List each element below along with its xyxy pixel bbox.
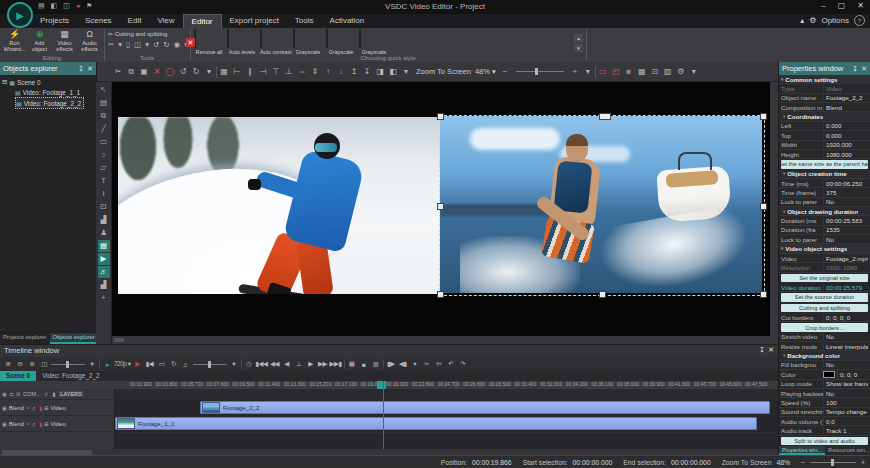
menu-item[interactable]: Editor	[183, 14, 222, 28]
redo-icon[interactable]: ↻	[190, 67, 202, 76]
cut-icon[interactable]: ✂	[112, 67, 124, 76]
menu-item[interactable]: Tools	[287, 14, 322, 28]
color-swatch[interactable]	[823, 371, 835, 378]
sprite-icon[interactable]: ▟	[98, 279, 110, 291]
timeline-zoom-menu-icon[interactable]: ▾	[87, 360, 97, 368]
display-mode-3-icon[interactable]: ▥	[371, 360, 381, 368]
resize-handle[interactable]	[437, 291, 444, 298]
clip-footage-2[interactable]: Footage_2_2	[200, 401, 770, 414]
text-tool-icon[interactable]: T	[98, 175, 110, 187]
volume-menu-icon[interactable]: ▾	[229, 360, 239, 368]
eye-icon[interactable]: ◉	[2, 421, 7, 427]
separator[interactable]	[241, 359, 242, 369]
preview-loop-icon[interactable]: ▭	[157, 360, 167, 368]
property-row[interactable]: Object drawing duration	[779, 207, 870, 216]
play-icon[interactable]: ▶	[306, 360, 316, 368]
clip-footage-1[interactable]: Footage_1_1	[115, 417, 757, 430]
separator[interactable]	[383, 359, 384, 369]
video-frame-footage-1[interactable]	[118, 117, 440, 294]
selection-outline[interactable]	[439, 115, 765, 296]
property-row[interactable]: Composition m Blend	[779, 103, 870, 112]
timeline-tab[interactable]: Scene 0	[0, 371, 36, 381]
record-marker-icon[interactable]: ▮	[39, 405, 42, 411]
property-row[interactable]: Crop borders...	[781, 323, 868, 331]
quick-style-grayscale-1[interactable]: Grayscale	[293, 30, 323, 55]
property-row[interactable]: Playing backwa No	[779, 389, 870, 398]
add-audio-icon[interactable]: ♬	[98, 266, 110, 278]
group-icon[interactable]: ⧉	[98, 110, 110, 122]
quick-style-grayscale-3[interactable]: Grayscale	[359, 30, 389, 55]
preview-frame-icon[interactable]: ▮◀	[145, 360, 155, 368]
property-row[interactable]: Split to video and audio	[781, 437, 868, 445]
delete-icon[interactable]: ✕	[151, 67, 163, 76]
explorer-tab[interactable]: Projects explorer	[0, 333, 50, 344]
split-icon[interactable]: ◫	[134, 40, 141, 49]
menu-item[interactable]: View	[149, 14, 182, 28]
speed-icon[interactable]: ◉	[174, 40, 181, 49]
move-tool-icon[interactable]: +	[98, 292, 110, 304]
separator[interactable]	[344, 359, 345, 369]
property-row[interactable]: Duration (ms 00:00:25.583	[779, 216, 870, 225]
zoom-in-plus[interactable]: +	[569, 67, 581, 76]
tree-node-footage-2[interactable]: ▤ Video: Footage_2_2	[15, 97, 84, 109]
property-row[interactable]: Set the original size	[781, 274, 868, 282]
redo-menu-icon[interactable]: ▾	[203, 67, 215, 76]
property-row[interactable]: Coordinates	[779, 112, 870, 121]
pin-icon[interactable]: ↧	[759, 346, 765, 357]
split-menu-icon[interactable]: ▾	[145, 40, 149, 49]
zoom-menu-icon[interactable]: ▾	[582, 67, 594, 76]
property-row[interactable]: Video object settings	[779, 244, 870, 253]
zoom-slider[interactable]	[516, 71, 564, 72]
property-row[interactable]: Resize mode Linear interpolatic	[779, 342, 870, 351]
zoom-value-select[interactable]: 48% ▾	[475, 67, 498, 76]
paste-icon[interactable]: ▣	[138, 67, 150, 76]
quick-style-remove-all[interactable]: Remove all	[194, 30, 224, 55]
property-row[interactable]: Loop mode Show last frame a	[779, 380, 870, 389]
style-menu-icon[interactable]: ▾	[400, 67, 412, 76]
timeline-tab[interactable]: Video: Footage_2_2	[36, 371, 105, 381]
quick-style-grayscale-2[interactable]: Grayscale	[326, 30, 356, 55]
separator[interactable]	[216, 66, 217, 78]
solo-icon[interactable]: ▮	[52, 391, 55, 397]
counter-tool-icon[interactable]: ♟	[98, 227, 110, 239]
timeline-undo-icon[interactable]: ↶	[446, 360, 456, 368]
style-scroll-up-icon[interactable]: ▴	[574, 34, 583, 42]
crop-region-icon[interactable]: ◰	[610, 67, 622, 76]
tree-node-scene[interactable]: ⊟ ▦ Scene 0	[2, 77, 96, 87]
preview-refresh-icon[interactable]: ↻	[169, 360, 179, 368]
timeline-zoom-fit-icon[interactable]: ⊜	[27, 360, 37, 368]
copy-icon[interactable]: ⧉	[125, 67, 137, 77]
align-center-icon[interactable]: ∥	[244, 67, 256, 76]
add-object-button[interactable]: ⊕ Add object	[27, 29, 52, 52]
property-row[interactable]: Resolution 1920; 1080	[779, 263, 870, 272]
move-down-icon[interactable]: ↓	[335, 67, 347, 76]
property-row[interactable]: Video Footage_2.mp4; 0	[779, 254, 870, 263]
property-row[interactable]: Width 1920.000	[779, 141, 870, 150]
preview-canvas[interactable]	[112, 82, 770, 336]
align-bottom-icon[interactable]: ⊥	[283, 67, 295, 76]
pin-icon[interactable]: ↧	[852, 65, 858, 73]
align-left-icon[interactable]: ⊢	[231, 67, 243, 76]
pin-icon[interactable]: ↧	[78, 65, 84, 73]
property-row[interactable]: Set the same size as the parent has	[781, 160, 868, 168]
cut-clip-icon[interactable]: ✂	[422, 360, 432, 368]
property-row[interactable]: Left 0.000	[779, 122, 870, 131]
minimize-button[interactable]: –	[821, 1, 825, 10]
marker-menu-icon[interactable]: ▾	[410, 360, 420, 368]
record-marker-icon[interactable]: ▮	[39, 421, 42, 427]
scissors-icon[interactable]: ✂	[108, 40, 114, 49]
run-wizard-button[interactable]: ⚡ Run Wizard...	[2, 29, 27, 52]
statusbar-zoom-mode[interactable]: Zoom To Screen	[722, 459, 772, 466]
timeline-zoom-in-icon[interactable]: ⊕	[3, 360, 13, 368]
new-project-icon[interactable]: ▤	[38, 2, 45, 10]
timeline-redo-icon[interactable]: ↷	[458, 360, 468, 368]
display-mode-1-icon[interactable]: ▦	[347, 360, 357, 368]
blend-mode-select[interactable]: Blend	[9, 405, 24, 411]
resize-handle[interactable]	[437, 203, 444, 210]
zoom-out-minus[interactable]: −	[499, 67, 511, 76]
copy-style-icon[interactable]: ◨	[374, 67, 386, 76]
style-scroll-down-icon[interactable]: ▾	[574, 44, 583, 52]
mute-icon[interactable]: ♬	[181, 361, 191, 368]
expander-icon[interactable]: ⊟	[2, 78, 7, 86]
property-row[interactable]: Cut borders 0; 0; 0; 0	[779, 313, 870, 322]
